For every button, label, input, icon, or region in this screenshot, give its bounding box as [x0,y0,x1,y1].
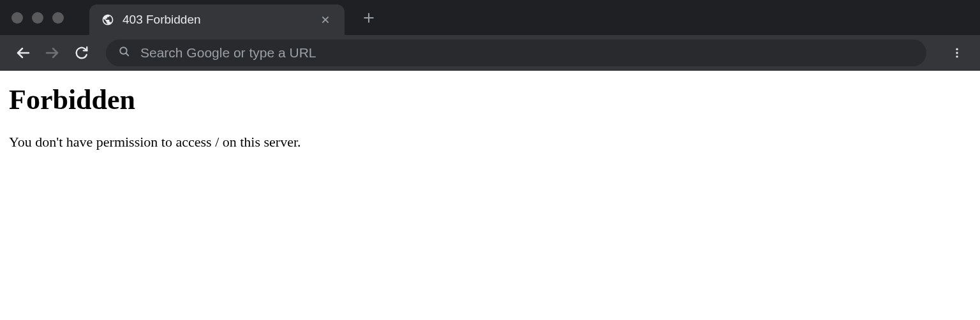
browser-chrome: 403 Forbidden [0,0,980,71]
error-message: You don't have permission to access / on… [9,134,971,150]
browser-menu-button[interactable] [946,41,969,64]
error-heading: Forbidden [9,84,971,116]
page-content: Forbidden You don't have permission to a… [0,71,980,163]
titlebar: 403 Forbidden [0,0,980,35]
browser-tab[interactable]: 403 Forbidden [89,4,345,35]
svg-point-9 [956,52,958,54]
toolbar [0,35,980,71]
tab-title: 403 Forbidden [122,13,310,27]
svg-point-10 [956,55,958,57]
globe-icon [101,13,115,27]
svg-line-7 [126,53,129,56]
window-controls [11,12,64,24]
window-close-button[interactable] [11,12,23,24]
svg-point-6 [120,47,127,54]
new-tab-button[interactable] [357,6,380,29]
address-bar[interactable] [106,40,926,66]
window-maximize-button[interactable] [52,12,64,24]
svg-point-8 [956,48,958,50]
reload-button[interactable] [70,41,93,64]
window-minimize-button[interactable] [32,12,43,24]
forward-button[interactable] [41,41,64,64]
close-tab-button[interactable] [318,12,333,27]
search-icon [119,46,130,60]
back-button[interactable] [11,41,34,64]
url-input[interactable] [140,45,914,61]
